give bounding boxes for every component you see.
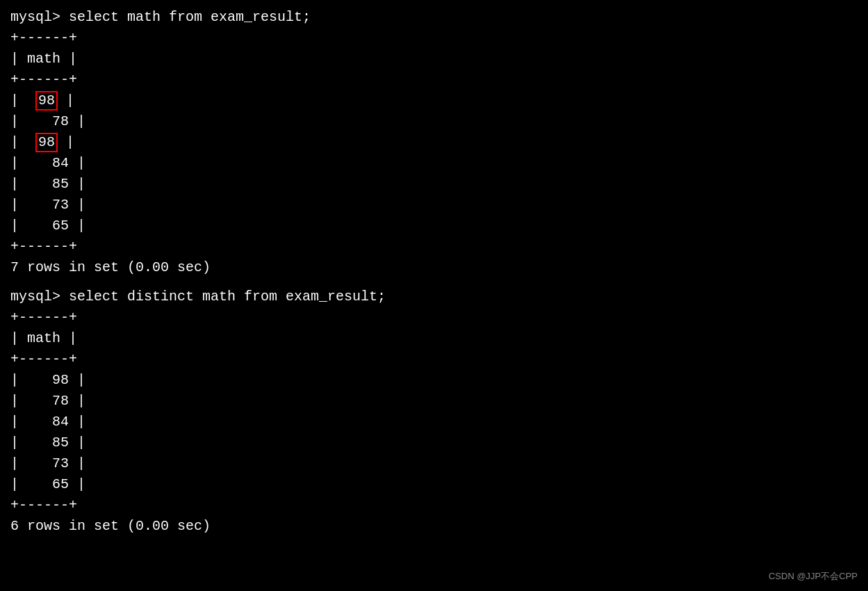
table-row: | 85 | [10, 432, 858, 453]
table-row: | 85 | [10, 174, 858, 195]
table-row: | 78 | [10, 111, 858, 132]
table-row: | 98 | [10, 370, 858, 391]
table-row: | 98 | [10, 132, 858, 153]
query2-prompt: mysql> select distinct math from exam_re… [10, 286, 858, 307]
query1-result: 7 rows in set (0.00 sec) [10, 257, 858, 278]
query1-section: mysql> select math from exam_result; +--… [10, 7, 858, 278]
query2-header: | math | [10, 328, 858, 349]
query2-border-mid: +------+ [10, 349, 858, 370]
query1-border-bot: +------+ [10, 236, 858, 257]
query2-border-top: +------+ [10, 307, 858, 328]
table-row: | 84 | [10, 412, 858, 432]
table-row: | 78 | [10, 391, 858, 412]
table-row: | 65 | [10, 216, 858, 236]
highlighted-value: 98 [35, 91, 58, 111]
table-row: | 84 | [10, 153, 858, 174]
watermark: CSDN @JJP不会CPP [769, 570, 858, 583]
table-row: | 65 | [10, 474, 858, 495]
table-row: | 98 | [10, 90, 858, 111]
query1-border-mid: +------+ [10, 70, 858, 90]
query2-section: mysql> select distinct math from exam_re… [10, 286, 858, 537]
table-row: | 73 | [10, 453, 858, 474]
highlighted-value: 98 [35, 133, 58, 152]
query1-header: | math | [10, 49, 858, 70]
query2-result: 6 rows in set (0.00 sec) [10, 516, 858, 537]
query1-border-top: +------+ [10, 28, 858, 49]
table-row: | 73 | [10, 195, 858, 216]
query2-border-bot: +------+ [10, 495, 858, 516]
query1-prompt: mysql> select math from exam_result; [10, 7, 858, 28]
